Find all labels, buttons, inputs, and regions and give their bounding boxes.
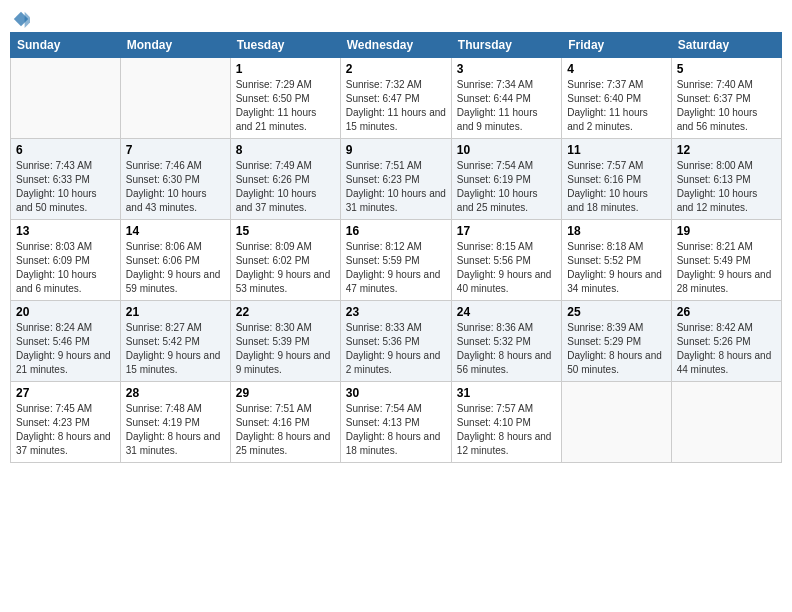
calendar-cell: 28Sunrise: 7:48 AM Sunset: 4:19 PM Dayli…: [120, 382, 230, 463]
day-info: Sunrise: 7:46 AM Sunset: 6:30 PM Dayligh…: [126, 159, 225, 215]
calendar-cell: 8Sunrise: 7:49 AM Sunset: 6:26 PM Daylig…: [230, 139, 340, 220]
calendar-cell: 23Sunrise: 8:33 AM Sunset: 5:36 PM Dayli…: [340, 301, 451, 382]
day-number: 28: [126, 386, 225, 400]
calendar-cell: 10Sunrise: 7:54 AM Sunset: 6:19 PM Dayli…: [451, 139, 561, 220]
calendar-cell: 16Sunrise: 8:12 AM Sunset: 5:59 PM Dayli…: [340, 220, 451, 301]
calendar-cell: 7Sunrise: 7:46 AM Sunset: 6:30 PM Daylig…: [120, 139, 230, 220]
calendar-cell: 13Sunrise: 8:03 AM Sunset: 6:09 PM Dayli…: [11, 220, 121, 301]
calendar-cell: 20Sunrise: 8:24 AM Sunset: 5:46 PM Dayli…: [11, 301, 121, 382]
day-number: 21: [126, 305, 225, 319]
column-header-saturday: Saturday: [671, 33, 781, 58]
day-number: 6: [16, 143, 115, 157]
logo-icon: [12, 10, 30, 28]
svg-marker-1: [25, 12, 30, 28]
day-info: Sunrise: 8:03 AM Sunset: 6:09 PM Dayligh…: [16, 240, 115, 296]
day-info: Sunrise: 7:37 AM Sunset: 6:40 PM Dayligh…: [567, 78, 665, 134]
day-number: 4: [567, 62, 665, 76]
column-header-tuesday: Tuesday: [230, 33, 340, 58]
day-info: Sunrise: 8:18 AM Sunset: 5:52 PM Dayligh…: [567, 240, 665, 296]
calendar-cell: 18Sunrise: 8:18 AM Sunset: 5:52 PM Dayli…: [562, 220, 671, 301]
day-info: Sunrise: 7:48 AM Sunset: 4:19 PM Dayligh…: [126, 402, 225, 458]
day-info: Sunrise: 7:57 AM Sunset: 4:10 PM Dayligh…: [457, 402, 556, 458]
day-number: 17: [457, 224, 556, 238]
calendar-cell: 3Sunrise: 7:34 AM Sunset: 6:44 PM Daylig…: [451, 58, 561, 139]
calendar-cell: 14Sunrise: 8:06 AM Sunset: 6:06 PM Dayli…: [120, 220, 230, 301]
calendar-cell: [120, 58, 230, 139]
calendar-cell: 21Sunrise: 8:27 AM Sunset: 5:42 PM Dayli…: [120, 301, 230, 382]
calendar-cell: 27Sunrise: 7:45 AM Sunset: 4:23 PM Dayli…: [11, 382, 121, 463]
day-number: 2: [346, 62, 446, 76]
day-number: 25: [567, 305, 665, 319]
calendar-cell: 19Sunrise: 8:21 AM Sunset: 5:49 PM Dayli…: [671, 220, 781, 301]
calendar-table: SundayMondayTuesdayWednesdayThursdayFrid…: [10, 32, 782, 463]
day-number: 24: [457, 305, 556, 319]
day-number: 26: [677, 305, 776, 319]
calendar-cell: [562, 382, 671, 463]
day-number: 18: [567, 224, 665, 238]
day-info: Sunrise: 7:34 AM Sunset: 6:44 PM Dayligh…: [457, 78, 556, 134]
calendar-cell: 1Sunrise: 7:29 AM Sunset: 6:50 PM Daylig…: [230, 58, 340, 139]
calendar-cell: 11Sunrise: 7:57 AM Sunset: 6:16 PM Dayli…: [562, 139, 671, 220]
day-info: Sunrise: 7:40 AM Sunset: 6:37 PM Dayligh…: [677, 78, 776, 134]
day-info: Sunrise: 8:27 AM Sunset: 5:42 PM Dayligh…: [126, 321, 225, 377]
day-number: 5: [677, 62, 776, 76]
calendar-cell: 2Sunrise: 7:32 AM Sunset: 6:47 PM Daylig…: [340, 58, 451, 139]
day-number: 19: [677, 224, 776, 238]
day-number: 15: [236, 224, 335, 238]
day-info: Sunrise: 7:54 AM Sunset: 6:19 PM Dayligh…: [457, 159, 556, 215]
day-number: 10: [457, 143, 556, 157]
day-info: Sunrise: 8:06 AM Sunset: 6:06 PM Dayligh…: [126, 240, 225, 296]
day-number: 1: [236, 62, 335, 76]
day-info: Sunrise: 7:45 AM Sunset: 4:23 PM Dayligh…: [16, 402, 115, 458]
day-info: Sunrise: 7:51 AM Sunset: 4:16 PM Dayligh…: [236, 402, 335, 458]
day-number: 23: [346, 305, 446, 319]
day-number: 29: [236, 386, 335, 400]
day-info: Sunrise: 7:32 AM Sunset: 6:47 PM Dayligh…: [346, 78, 446, 134]
day-info: Sunrise: 8:36 AM Sunset: 5:32 PM Dayligh…: [457, 321, 556, 377]
day-number: 31: [457, 386, 556, 400]
calendar-cell: 25Sunrise: 8:39 AM Sunset: 5:29 PM Dayli…: [562, 301, 671, 382]
calendar-cell: 22Sunrise: 8:30 AM Sunset: 5:39 PM Dayli…: [230, 301, 340, 382]
calendar-cell: 24Sunrise: 8:36 AM Sunset: 5:32 PM Dayli…: [451, 301, 561, 382]
day-info: Sunrise: 8:15 AM Sunset: 5:56 PM Dayligh…: [457, 240, 556, 296]
day-info: Sunrise: 8:33 AM Sunset: 5:36 PM Dayligh…: [346, 321, 446, 377]
day-info: Sunrise: 8:39 AM Sunset: 5:29 PM Dayligh…: [567, 321, 665, 377]
column-header-thursday: Thursday: [451, 33, 561, 58]
day-info: Sunrise: 8:21 AM Sunset: 5:49 PM Dayligh…: [677, 240, 776, 296]
calendar-cell: 9Sunrise: 7:51 AM Sunset: 6:23 PM Daylig…: [340, 139, 451, 220]
calendar-cell: 30Sunrise: 7:54 AM Sunset: 4:13 PM Dayli…: [340, 382, 451, 463]
calendar-cell: 26Sunrise: 8:42 AM Sunset: 5:26 PM Dayli…: [671, 301, 781, 382]
column-header-friday: Friday: [562, 33, 671, 58]
day-info: Sunrise: 7:49 AM Sunset: 6:26 PM Dayligh…: [236, 159, 335, 215]
day-number: 12: [677, 143, 776, 157]
calendar-cell: [11, 58, 121, 139]
day-number: 11: [567, 143, 665, 157]
calendar-cell: 17Sunrise: 8:15 AM Sunset: 5:56 PM Dayli…: [451, 220, 561, 301]
calendar-cell: 15Sunrise: 8:09 AM Sunset: 6:02 PM Dayli…: [230, 220, 340, 301]
day-info: Sunrise: 8:30 AM Sunset: 5:39 PM Dayligh…: [236, 321, 335, 377]
day-number: 14: [126, 224, 225, 238]
day-number: 8: [236, 143, 335, 157]
day-number: 9: [346, 143, 446, 157]
day-number: 16: [346, 224, 446, 238]
header: [10, 10, 782, 24]
calendar-cell: 5Sunrise: 7:40 AM Sunset: 6:37 PM Daylig…: [671, 58, 781, 139]
logo: [10, 10, 30, 24]
calendar-cell: 6Sunrise: 7:43 AM Sunset: 6:33 PM Daylig…: [11, 139, 121, 220]
day-info: Sunrise: 8:09 AM Sunset: 6:02 PM Dayligh…: [236, 240, 335, 296]
day-number: 22: [236, 305, 335, 319]
column-header-sunday: Sunday: [11, 33, 121, 58]
calendar-cell: 31Sunrise: 7:57 AM Sunset: 4:10 PM Dayli…: [451, 382, 561, 463]
day-info: Sunrise: 7:54 AM Sunset: 4:13 PM Dayligh…: [346, 402, 446, 458]
day-info: Sunrise: 7:29 AM Sunset: 6:50 PM Dayligh…: [236, 78, 335, 134]
column-header-monday: Monday: [120, 33, 230, 58]
day-info: Sunrise: 7:43 AM Sunset: 6:33 PM Dayligh…: [16, 159, 115, 215]
calendar-cell: [671, 382, 781, 463]
day-info: Sunrise: 7:51 AM Sunset: 6:23 PM Dayligh…: [346, 159, 446, 215]
calendar-cell: 12Sunrise: 8:00 AM Sunset: 6:13 PM Dayli…: [671, 139, 781, 220]
day-number: 3: [457, 62, 556, 76]
day-info: Sunrise: 8:12 AM Sunset: 5:59 PM Dayligh…: [346, 240, 446, 296]
day-info: Sunrise: 8:42 AM Sunset: 5:26 PM Dayligh…: [677, 321, 776, 377]
day-number: 13: [16, 224, 115, 238]
day-info: Sunrise: 7:57 AM Sunset: 6:16 PM Dayligh…: [567, 159, 665, 215]
